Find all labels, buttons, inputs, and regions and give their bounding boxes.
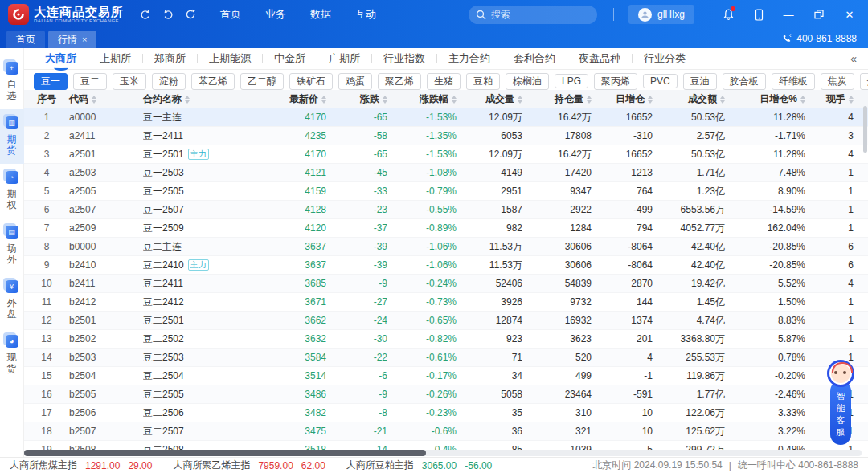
table-row[interactable]: 15b2504豆二25043514-6-0.17%34499-1119.86万-…	[24, 367, 868, 385]
close-button[interactable]: ✕	[839, 5, 860, 24]
refresh-icon[interactable]	[182, 6, 199, 23]
smart-customer-service-button[interactable]: 智能客服	[826, 360, 855, 445]
nav-item-1[interactable]: 业务	[264, 4, 288, 25]
exchange-tab-10[interactable]: 行业分类	[633, 51, 697, 66]
column-header-5[interactable]: 涨跌幅	[399, 90, 468, 108]
table-row[interactable]: 9b2410豆二2410主力3637-39-1.06%11.53万30606-8…	[24, 256, 868, 275]
commodity-chip-8[interactable]: 聚乙烯	[378, 73, 421, 90]
column-header-3[interactable]: 最新价	[270, 90, 338, 108]
table-row[interactable]: 12b2501豆二25013662-24-0.65%12874169321374…	[24, 312, 868, 330]
table-row[interactable]: 4a2503豆一25034121-45-1.08%41491742012131.…	[24, 164, 868, 182]
close-tab-icon[interactable]: ×	[82, 35, 87, 44]
column-header-7[interactable]: 持仓量	[534, 90, 603, 108]
commodity-chip-18[interactable]: 焦炭	[821, 73, 854, 90]
commodity-chip-6[interactable]: 铁矿石	[289, 73, 333, 90]
index-quote-1[interactable]: 大商所聚乙烯主指7959.0062.00	[173, 459, 325, 472]
table-row[interactable]: 2a2411豆一24114235-58-1.35%605317808-3102.…	[24, 127, 868, 145]
sort-icon[interactable]	[849, 96, 854, 104]
table-row[interactable]: 13b2502豆二25023632-30-0.82%92336232013368…	[24, 330, 868, 349]
user-menu[interactable]: glHIxg	[628, 5, 694, 24]
window-tab-1[interactable]: 行情×	[48, 31, 96, 48]
notifications-bell-icon[interactable]	[719, 5, 738, 24]
column-header-11[interactable]: 现手	[817, 90, 865, 108]
sort-icon[interactable]	[92, 96, 96, 104]
commodity-chip-16[interactable]: 胶合板	[723, 73, 766, 90]
table-row[interactable]: 16b2505豆二25053486-9-0.26%505823464-5911.…	[24, 385, 868, 404]
table-row[interactable]: 18b2507豆二25073475-21-0.6%3632110125.62万3…	[24, 422, 868, 441]
column-header-9[interactable]: 成交额	[664, 90, 736, 108]
forward-icon[interactable]	[159, 6, 177, 23]
nav-item-3[interactable]: 互动	[354, 4, 378, 25]
search-input[interactable]	[469, 6, 597, 24]
commodity-chip-10[interactable]: 豆粕	[466, 73, 500, 90]
table-row[interactable]: 8b0000豆二主连3637-39-1.06%11.53万30606-80644…	[24, 238, 868, 256]
sort-icon[interactable]	[383, 96, 387, 104]
exchange-tab-6[interactable]: 行业指数	[372, 51, 436, 66]
exchange-tab-9[interactable]: 夜盘品种	[567, 51, 632, 66]
restore-button[interactable]	[809, 5, 829, 24]
commodity-chip-7[interactable]: 鸡蛋	[338, 73, 372, 90]
horizontal-scrollbar-thumb[interactable]	[24, 450, 426, 456]
horizontal-scrollbar-track[interactable]	[24, 450, 862, 456]
sort-icon[interactable]	[587, 96, 592, 104]
nav-item-0[interactable]: 首页	[219, 4, 243, 25]
column-header-0[interactable]: 序号	[24, 90, 69, 108]
table-row[interactable]: 7a2509豆一25094120-37-0.89%98212847944052.…	[24, 219, 868, 238]
sidebar-item-3[interactable]: ▤场外	[0, 218, 24, 273]
commodity-chip-19[interactable]: 焦煤	[860, 73, 868, 90]
commodity-chip-15[interactable]: 豆油	[683, 73, 717, 90]
sidebar-item-2[interactable]: ◔期权	[0, 164, 24, 218]
sort-icon[interactable]	[185, 96, 190, 104]
table-row[interactable]: 14b2503豆二25033584-22-0.61%715204255.53万0…	[24, 349, 868, 367]
table-row[interactable]: 3a2501豆一2501主力4170-65-1.53%12.09万16.42万1…	[24, 145, 868, 164]
commodity-chip-1[interactable]: 豆二	[73, 73, 107, 90]
sort-icon[interactable]	[518, 96, 522, 104]
commodity-chip-14[interactable]: PVC	[643, 74, 678, 88]
index-quote-2[interactable]: 大商所豆粕主指3065.00-56.00	[346, 459, 492, 472]
table-row[interactable]: 6a2507豆一25074128-23-0.55%15872922-499655…	[24, 201, 868, 219]
table-row[interactable]: 10b2411豆二24113685-9-0.24%524065483928701…	[24, 275, 868, 293]
table-row[interactable]: 5a2505豆一25054159-33-0.79%295193477641.23…	[24, 182, 868, 201]
exchange-tab-7[interactable]: 主力合约	[437, 51, 502, 66]
back-icon[interactable]	[137, 6, 154, 23]
commodity-chip-0[interactable]: 豆一	[34, 73, 68, 90]
commodity-chip-4[interactable]: 苯乙烯	[191, 73, 235, 90]
exchange-tab-8[interactable]: 套利合约	[502, 51, 567, 66]
mobile-app-icon[interactable]	[749, 5, 768, 24]
exchange-tab-3[interactable]: 上期能源	[198, 51, 262, 66]
sidebar-item-1[interactable]: ▥期货	[0, 109, 24, 164]
commodity-chip-2[interactable]: 玉米	[113, 73, 146, 90]
sort-icon[interactable]	[800, 96, 805, 104]
vertical-scrollbar[interactable]	[863, 106, 867, 153]
column-header-6[interactable]: 成交量	[468, 90, 534, 108]
exchange-tab-5[interactable]: 广期所	[317, 51, 371, 66]
commodity-chip-11[interactable]: 棕榈油	[506, 73, 549, 90]
commodity-chip-3[interactable]: 淀粉	[152, 73, 186, 90]
sidebar-item-4[interactable]: ¥外盘	[0, 273, 24, 328]
sidebar-item-0[interactable]: +自选	[0, 55, 24, 109]
sort-icon[interactable]	[452, 96, 457, 104]
commodity-chip-12[interactable]: LPG	[555, 74, 588, 88]
minimize-button[interactable]: —	[778, 5, 799, 24]
column-header-2[interactable]: 合约名称	[143, 90, 270, 108]
commodity-chip-5[interactable]: 乙二醇	[240, 73, 284, 90]
column-header-10[interactable]: 日增仓%	[736, 90, 817, 108]
sort-icon[interactable]	[321, 96, 326, 104]
column-header-1[interactable]: 代码	[69, 90, 143, 108]
commodity-chip-13[interactable]: 聚丙烯	[594, 73, 637, 90]
sidebar-item-5[interactable]: ◕现货	[0, 328, 24, 382]
exchange-tab-2[interactable]: 郑商所	[143, 51, 197, 66]
window-tab-0[interactable]: 首页	[6, 31, 45, 48]
nav-item-2[interactable]: 数据	[309, 4, 333, 25]
table-row[interactable]: 11b2412豆二24123671-27-0.73%392697321441.4…	[24, 293, 868, 312]
column-header-4[interactable]: 涨跌	[338, 90, 399, 108]
exchange-tab-1[interactable]: 上期所	[88, 51, 142, 66]
sort-icon[interactable]	[648, 96, 653, 104]
sort-icon[interactable]	[720, 96, 725, 104]
column-header-8[interactable]: 日增仓	[603, 90, 664, 108]
index-quote-0[interactable]: 大商所焦煤主指1291.0029.00	[10, 459, 152, 472]
commodity-chip-9[interactable]: 生猪	[427, 73, 461, 90]
exchange-tab-0[interactable]: 大商所	[34, 51, 88, 66]
exchange-tab-4[interactable]: 中金所	[263, 51, 317, 66]
collapse-icon[interactable]: «	[847, 52, 860, 65]
